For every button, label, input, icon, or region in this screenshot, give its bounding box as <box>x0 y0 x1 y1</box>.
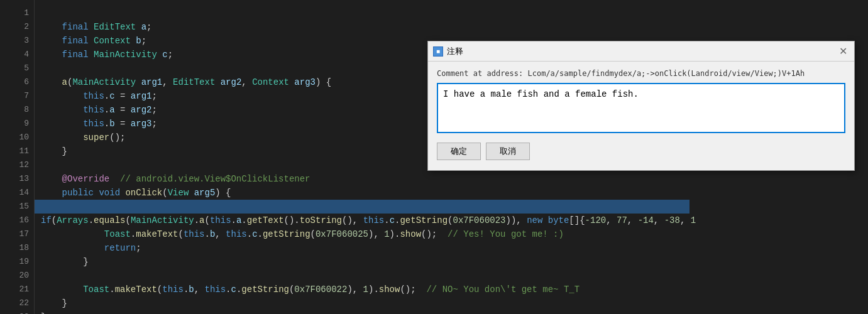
dialog-icon: ■ <box>433 46 443 57</box>
confirm-button[interactable]: 确定 <box>437 143 481 160</box>
dialog-titlebar: ■ 注释 ✕ <box>428 41 854 62</box>
dialog-buttons: 确定 取消 <box>437 143 845 163</box>
dialog-close-button[interactable]: ✕ <box>837 45 849 58</box>
comment-address: Comment at address: Lcom/a/sample/findmy… <box>437 69 845 78</box>
cancel-button[interactable]: 取消 <box>486 143 530 160</box>
comment-textarea[interactable]: I have a male fish and a female fish. <box>437 83 845 133</box>
comment-dialog: ■ 注释 ✕ Comment at address: Lcom/a/sample… <box>427 41 855 171</box>
dialog-overlay: ■ 注释 ✕ Comment at address: Lcom/a/sample… <box>0 0 868 314</box>
dialog-title-left: ■ 注释 <box>433 46 463 57</box>
dialog-body: Comment at address: Lcom/a/sample/findmy… <box>428 62 854 170</box>
dialog-title: 注释 <box>447 46 463 57</box>
